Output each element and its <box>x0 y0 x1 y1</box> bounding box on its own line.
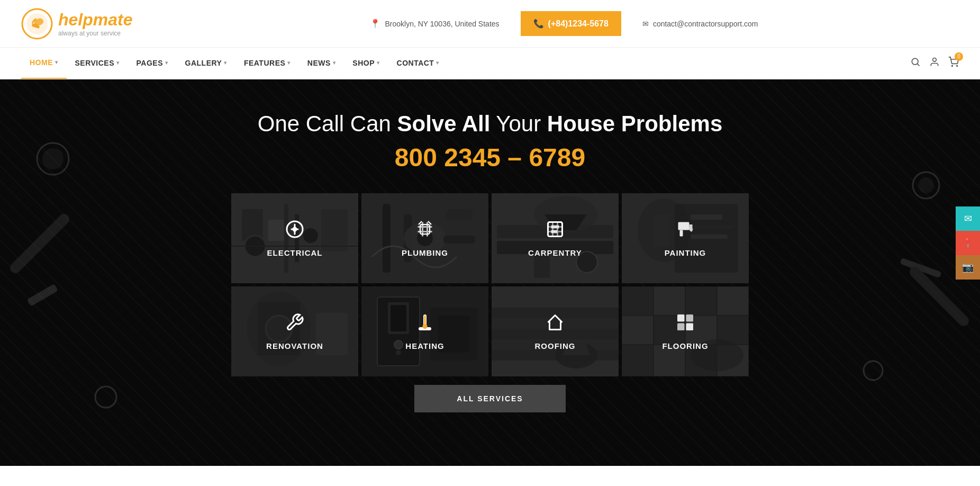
chevron-down-icon: ▾ <box>165 47 168 79</box>
service-card-flooring[interactable]: FLOORING <box>622 286 749 376</box>
nav-link-gallery[interactable]: GALLERY ▾ <box>177 47 235 79</box>
svg-point-68 <box>423 324 428 329</box>
camera-side-icon: 📷 <box>962 262 974 273</box>
chevron-down-icon: ▾ <box>436 47 439 79</box>
service-card-renovation[interactable]: RENOVATION <box>231 286 358 376</box>
svg-rect-11 <box>27 284 58 307</box>
service-card-plumbing[interactable]: PLUMBING <box>361 193 488 283</box>
nav-link-features[interactable]: FEATURES ▾ <box>235 47 299 79</box>
flooring-label: FLOORING <box>662 341 708 350</box>
logo-area: helpmate always at your service <box>21 8 169 40</box>
svg-rect-49 <box>678 222 689 230</box>
email-side-icon: ✉ <box>964 213 972 224</box>
service-card-roofing[interactable]: ROOFING <box>492 286 619 376</box>
side-camera-button[interactable]: 📷 <box>956 255 980 280</box>
nav-item-home[interactable]: HOME ▾ <box>21 47 67 79</box>
chevron-down-icon: ▾ <box>116 47 120 79</box>
user-button[interactable] <box>929 57 940 70</box>
hero-content: One Call Can Solve All Your House Proble… <box>231 79 749 434</box>
svg-point-6 <box>957 65 958 66</box>
hero-title: One Call Can Solve All Your House Proble… <box>231 111 749 137</box>
chevron-down-icon: ▾ <box>333 47 336 79</box>
address-text: Brooklyn, NY 10036, United States <box>385 20 499 28</box>
roofing-label: ROOFING <box>535 341 576 350</box>
service-card-painting[interactable]: PAINTING <box>622 193 749 283</box>
search-icon <box>910 57 921 67</box>
nav-link-home[interactable]: HOME ▾ <box>21 47 67 79</box>
search-button[interactable] <box>910 57 921 70</box>
nav-icons: 0 <box>910 57 959 70</box>
chevron-down-icon: ▾ <box>55 47 58 78</box>
hero-section: One Call Can Solve All Your House Proble… <box>0 79 980 466</box>
service-card-electrical[interactable]: ELECTRICAL <box>231 193 358 283</box>
logo-tagline: always at your service <box>58 30 132 37</box>
flooring-icon <box>676 313 695 336</box>
painting-label: PAINTING <box>665 248 706 257</box>
service-card-heating[interactable]: HEATING <box>361 286 488 376</box>
nav-item-pages[interactable]: PAGES ▾ <box>128 47 177 79</box>
location-side-icon: 📍 <box>962 237 974 249</box>
svg-point-5 <box>952 65 953 66</box>
header-info: 📍 Brooklyn, NY 10036, United States 📞 (+… <box>169 11 959 36</box>
chevron-down-icon: ▾ <box>377 47 380 79</box>
carpentry-icon <box>546 220 565 243</box>
navbar: HOME ▾ SERVICES ▾ PAGES ▾ GALLERY ▾ FEAT <box>0 48 980 79</box>
electrical-label: ELECTRICAL <box>267 248 323 257</box>
phone-icon: 📞 <box>533 19 544 29</box>
svg-rect-92 <box>677 323 685 330</box>
svg-rect-90 <box>677 314 685 322</box>
header-top: helpmate always at your service 📍 Brookl… <box>0 0 980 48</box>
nav-item-shop[interactable]: SHOP ▾ <box>344 47 388 79</box>
svg-point-4 <box>933 58 937 61</box>
location-icon: 📍 <box>370 19 380 29</box>
svg-rect-50 <box>680 230 683 236</box>
all-services-button[interactable]: ALL SERVICES <box>414 385 565 412</box>
nav-item-contact[interactable]: CONTACT ▾ <box>388 47 448 79</box>
phone-number: (+84)1234-5678 <box>548 19 609 29</box>
address-info: 📍 Brooklyn, NY 10036, United States <box>370 19 499 29</box>
svg-point-2 <box>912 58 918 65</box>
side-buttons: ✉ 📍 📷 <box>956 206 980 280</box>
svg-rect-93 <box>686 323 694 330</box>
svg-rect-15 <box>8 212 71 275</box>
nav-item-news[interactable]: NEWS ▾ <box>299 47 344 79</box>
hero-phone: 800 2345 – 6789 <box>231 143 749 172</box>
cart-badge: 0 <box>955 52 963 61</box>
side-email-button[interactable]: ✉ <box>956 206 980 231</box>
svg-point-14 <box>864 361 883 380</box>
nav-link-news[interactable]: NEWS ▾ <box>299 47 344 79</box>
nav-links: HOME ▾ SERVICES ▾ PAGES ▾ GALLERY ▾ FEAT <box>21 47 910 79</box>
logo-name: helpmate <box>58 10 132 30</box>
carpentry-label: CARPENTRY <box>528 248 582 257</box>
cart-button[interactable]: 0 <box>948 57 959 70</box>
svg-rect-42 <box>548 222 562 236</box>
plumbing-label: PLUMBING <box>402 248 448 257</box>
nav-link-services[interactable]: SERVICES ▾ <box>67 47 128 79</box>
nav-item-features[interactable]: FEATURES ▾ <box>235 47 299 79</box>
email-info: ✉ contact@contractorsupport.com <box>642 20 758 28</box>
service-card-carpentry[interactable]: CARPENTRY <box>492 193 619 283</box>
email-address: contact@contractorsupport.com <box>653 20 758 28</box>
svg-line-3 <box>918 64 920 66</box>
plumbing-icon <box>415 220 434 243</box>
side-location-button[interactable]: 📍 <box>956 231 980 255</box>
nav-link-pages[interactable]: PAGES ▾ <box>128 47 177 79</box>
svg-point-27 <box>293 227 297 231</box>
logo-icon <box>21 8 53 40</box>
svg-point-8 <box>42 148 63 169</box>
svg-point-10 <box>918 177 934 193</box>
painting-icon <box>676 220 695 243</box>
nav-link-shop[interactable]: SHOP ▾ <box>344 47 388 79</box>
chevron-down-icon: ▾ <box>224 47 227 79</box>
nav-item-gallery[interactable]: GALLERY ▾ <box>177 47 235 79</box>
chevron-down-icon: ▾ <box>287 47 291 79</box>
nav-item-services[interactable]: SERVICES ▾ <box>67 47 128 79</box>
phone-button[interactable]: 📞 (+84)1234-5678 <box>521 11 621 36</box>
svg-point-13 <box>95 386 116 408</box>
renovation-icon <box>285 313 304 336</box>
email-icon: ✉ <box>642 20 649 28</box>
nav-link-contact[interactable]: CONTACT ▾ <box>388 47 448 79</box>
svg-rect-91 <box>686 314 694 322</box>
svg-rect-67 <box>424 315 426 325</box>
renovation-label: RENOVATION <box>266 341 323 350</box>
